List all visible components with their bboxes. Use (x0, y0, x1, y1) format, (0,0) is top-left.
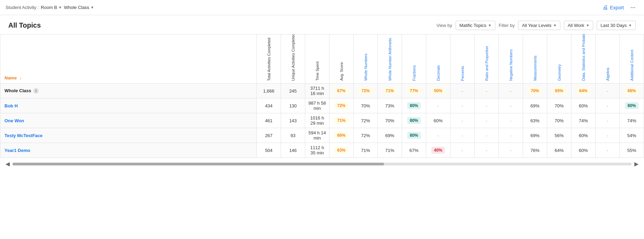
export-label: Export (610, 5, 624, 10)
student-name-cell: Whole Classi (0, 84, 257, 98)
table-cell: 50% (426, 84, 450, 98)
table-cell: 71% (329, 113, 354, 128)
table-cell: 66% (620, 84, 644, 98)
app-header: Student Activity : Room B ▼ Whole Class … (0, 0, 644, 15)
decimals-header: Decimals (426, 35, 450, 84)
negative-header: Negative Numbers (499, 35, 523, 84)
unique-activities-cell: 146 (281, 143, 305, 158)
header-left: Student Activity : Room B ▼ Whole Class … (6, 5, 94, 10)
score-badge: 80% (407, 117, 420, 124)
table-row: One Won 461 143 1016 h 29 min 71% 72% 70… (0, 113, 644, 128)
room-dropdown-arrow: ▼ (58, 6, 62, 9)
student-name-cell[interactable]: One Won (0, 113, 257, 128)
table-cell: 67% (402, 143, 426, 158)
dash-value: - (486, 148, 487, 153)
dash-value: - (461, 103, 463, 108)
table-cell: 74% (620, 113, 644, 128)
table-cell: - (499, 113, 523, 128)
year-level-caret: ▼ (553, 23, 557, 27)
class-dropdown-arrow: ▼ (91, 6, 94, 9)
more-icon: ··· (630, 4, 635, 11)
room-label: Room B (41, 5, 57, 10)
percents-header: Percents (450, 35, 475, 84)
table-cell: - (596, 98, 620, 113)
wna-header: Whole Number Arithmetic (378, 35, 402, 84)
table-row: Year1 Demo 504 146 1112 h 35 min 63% 71%… (0, 143, 644, 158)
negative-label: Negative Numbers (509, 49, 513, 81)
dash-value: - (607, 133, 608, 138)
geometry-label: Geometry (557, 64, 561, 81)
student-name-cell[interactable]: Year1 Demo (0, 143, 257, 158)
more-options-button[interactable]: ··· (627, 2, 638, 13)
table-cell: - (475, 113, 499, 128)
scroll-track[interactable] (12, 163, 632, 165)
table-cell: 60% (571, 128, 596, 143)
dash-value: - (510, 103, 511, 108)
scroll-right-arrow[interactable]: ▶ (634, 161, 638, 167)
horizontal-scrollbar: ◀ ▶ (0, 158, 644, 170)
unique-activities-cell: 245 (281, 84, 305, 98)
work-dropdown[interactable]: All Work ▼ (564, 21, 593, 30)
table-header-row: Name ↓ Total Activities Completed Unique… (0, 35, 644, 84)
table-cell: 70% (547, 113, 571, 128)
score-badge: 63% (335, 147, 348, 154)
score-badge: 65% (552, 87, 566, 94)
view-by-caret: ▼ (488, 23, 492, 27)
student-name-cell[interactable]: Bob H (0, 98, 257, 113)
export-button[interactable]: 🖨 Export (603, 4, 624, 11)
dash-value: - (437, 133, 439, 138)
view-by-label: View by (437, 23, 452, 28)
class-dropdown[interactable]: Whole Class ▼ (64, 5, 94, 10)
score-badge: 72% (359, 87, 372, 94)
name-column-header[interactable]: Name ↓ (0, 35, 257, 84)
view-by-dropdown[interactable]: Matific Topics ▼ (456, 21, 495, 30)
table-cell: 69% (523, 128, 547, 143)
title-row: All Topics View by Matific Topics ▼ Filt… (0, 15, 644, 34)
table-cell: 69% (378, 128, 402, 143)
score-badge: 40% (431, 147, 445, 154)
date-caret: ▼ (628, 23, 632, 27)
room-dropdown[interactable]: Room B ▼ (41, 5, 62, 10)
table-body: Whole Classi 1,666 245 3711 h 16 min 67%… (0, 84, 644, 158)
table-cell: 55% (620, 143, 644, 158)
table-cell: - (426, 128, 450, 143)
table-cell: - (450, 113, 475, 128)
student-activity-label: Student Activity : (6, 5, 39, 10)
algebra-label: Algebra (606, 68, 610, 81)
total-activities-cell: 267 (257, 128, 281, 143)
table-cell: - (596, 113, 620, 128)
class-label: Whole Class (64, 5, 89, 10)
unique-activities-cell: 93 (281, 128, 305, 143)
table-cell: 60% (426, 113, 450, 128)
table-cell: - (596, 84, 620, 98)
dash-value: - (607, 88, 608, 94)
table-cell: - (450, 128, 475, 143)
table-cell: 71% (378, 143, 402, 158)
table-cell: 40% (426, 143, 450, 158)
table-cell: - (499, 128, 523, 143)
dash-value: - (486, 88, 487, 94)
scroll-left-arrow[interactable]: ◀ (6, 161, 10, 167)
data-stats-header: Data, Statistics and Probability (571, 35, 596, 84)
geometry-header: Geometry (547, 35, 571, 84)
table-cell: 71% (378, 84, 402, 98)
table-cell: - (450, 84, 475, 98)
score-badge: 67% (335, 87, 348, 94)
view-by-value: Matific Topics (459, 23, 486, 28)
time-spent-cell: 987 h 58 min (305, 98, 329, 113)
table-cell: 63% (523, 113, 547, 128)
info-icon[interactable]: i (33, 88, 39, 94)
additional-content-label: Additional Content (630, 50, 634, 81)
year-level-dropdown[interactable]: All Year Levels ▼ (518, 21, 560, 30)
total-activities-label: Total Activities Completed (267, 38, 271, 81)
table-cell: 66% (329, 128, 354, 143)
table-cell: 70% (354, 98, 378, 113)
score-badge: 71% (335, 117, 348, 124)
table-cell: 72% (354, 84, 378, 98)
work-caret: ▼ (586, 23, 589, 27)
table-cell: 80% (402, 113, 426, 128)
score-badge: 71% (383, 87, 396, 94)
date-dropdown[interactable]: Last 30 Days ▼ (597, 21, 636, 30)
whole-numbers-label: Whole Numbers (364, 54, 368, 81)
student-name-cell[interactable]: Testy McTestFace (0, 128, 257, 143)
